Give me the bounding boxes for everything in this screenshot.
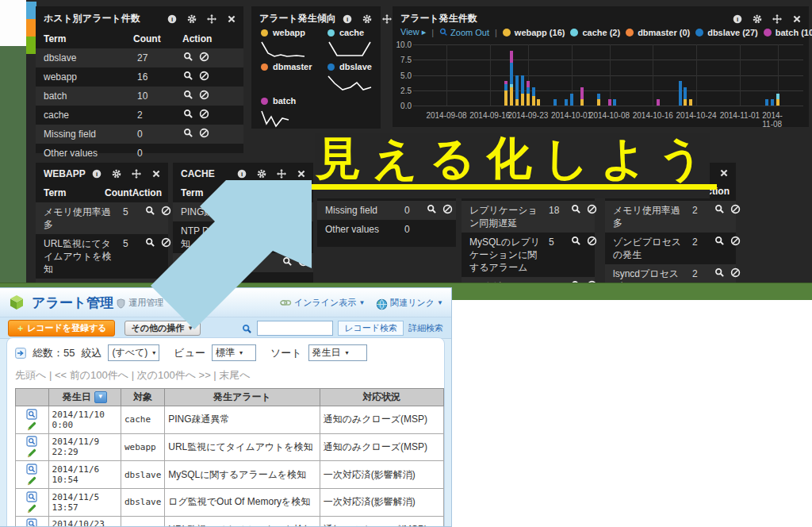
pagination-link[interactable]: 末尾へ [219, 369, 250, 381]
gear-icon[interactable] [257, 169, 266, 179]
ban-icon[interactable] [587, 204, 597, 214]
ban-icon[interactable] [199, 109, 209, 119]
bar-segment-webapp[interactable] [689, 99, 692, 106]
gear-icon[interactable] [362, 14, 372, 24]
search-input[interactable] [257, 321, 333, 336]
column-header[interactable]: 発生アラート [165, 389, 320, 406]
close-icon[interactable] [151, 169, 161, 179]
bar-segment-webapp[interactable] [515, 99, 519, 106]
chain-link[interactable]: インライン表示▼ [280, 297, 365, 309]
close-icon[interactable] [719, 168, 729, 178]
filter-select[interactable]: (すべて)▾ [108, 344, 159, 361]
close-icon[interactable] [792, 14, 802, 24]
pencil-icon[interactable] [26, 503, 37, 514]
mag-icon[interactable] [282, 256, 293, 267]
mag-icon[interactable] [183, 90, 193, 100]
pagination-link[interactable]: 先頭へ [15, 369, 46, 381]
pencil-icon[interactable] [26, 421, 37, 432]
docmag-icon[interactable] [26, 491, 37, 502]
ban-icon[interactable] [298, 225, 308, 235]
bar-segment-dbslave[interactable] [765, 99, 768, 106]
mag-icon[interactable] [714, 267, 725, 278]
ban-icon[interactable] [730, 204, 741, 214]
ban-icon[interactable] [730, 267, 741, 278]
bar-segment-batch[interactable] [504, 81, 508, 84]
bar-segment-dbslave[interactable] [570, 94, 573, 106]
ban-icon[interactable] [730, 236, 741, 246]
bar-segment-webapp[interactable] [684, 99, 687, 106]
bar-segment-webapp[interactable] [776, 99, 779, 106]
bar-segment-dbslave[interactable] [515, 75, 519, 100]
mag-icon[interactable] [714, 204, 725, 214]
docmag-icon[interactable] [26, 436, 37, 447]
mag-icon[interactable] [571, 236, 581, 246]
zoom-out-link[interactable]: Zoom Out [439, 28, 489, 37]
register-record-button[interactable]: ＋ レコードを登録する [8, 320, 115, 337]
view-select[interactable]: 標準▾ [212, 344, 256, 361]
gear-icon[interactable] [753, 14, 762, 24]
legend-item-batch[interactable]: batch (10) [764, 28, 812, 37]
legend-item-cache[interactable]: cache (2) [570, 28, 620, 37]
globe-link[interactable]: 関連リンク▼ [376, 297, 443, 309]
move-icon[interactable] [277, 169, 286, 179]
docmag-icon[interactable] [26, 518, 37, 527]
bar-segment-dbslave[interactable] [553, 99, 557, 106]
bar-segment-webapp[interactable] [504, 90, 508, 106]
legend-item-dbmaster[interactable]: dbmaster (0) [626, 28, 690, 37]
bar-segment-webapp[interactable] [521, 94, 524, 106]
ban-icon[interactable] [199, 90, 209, 100]
app-subtitle-link[interactable]: 運用管理 [128, 297, 163, 309]
bar-segment-webapp[interactable] [597, 99, 600, 106]
goto-icon[interactable] [15, 348, 26, 359]
info-icon[interactable]: i [237, 169, 247, 179]
ban-icon[interactable] [161, 237, 171, 248]
gear-icon[interactable] [187, 14, 197, 24]
record-search-button[interactable]: レコード検索 [338, 321, 404, 336]
mag-icon[interactable] [183, 128, 193, 138]
close-icon[interactable] [227, 14, 236, 24]
bar-segment-webapp[interactable] [580, 99, 584, 106]
info-icon[interactable]: i [167, 14, 177, 24]
view-link[interactable]: View ▸ [400, 27, 426, 37]
mag-icon[interactable] [282, 225, 293, 235]
ban-icon[interactable] [199, 52, 209, 62]
move-icon[interactable] [132, 169, 141, 179]
ban-icon[interactable] [199, 128, 209, 138]
bar-segment-dbslave[interactable] [521, 75, 524, 94]
bar-segment-webapp[interactable] [510, 87, 513, 106]
sort-desc-button[interactable]: ▼ [94, 391, 107, 403]
column-header[interactable]: 対象 [121, 389, 164, 406]
move-icon[interactable] [207, 14, 216, 24]
info-icon[interactable]: i [343, 14, 352, 24]
legend-item-webapp[interactable]: webapp (16) [503, 28, 565, 37]
move-icon[interactable] [382, 14, 392, 24]
bar-segment-webapp[interactable] [537, 99, 540, 106]
bar-segment-dbslave[interactable] [532, 87, 535, 97]
ban-icon[interactable] [442, 204, 453, 214]
pencil-icon[interactable] [26, 475, 37, 487]
mag-icon[interactable] [145, 237, 155, 248]
mag-icon[interactable] [427, 204, 437, 214]
bar-segment-cache[interactable] [510, 84, 513, 87]
mag-icon[interactable] [183, 109, 193, 119]
bar-segment-dbslave[interactable] [684, 87, 687, 99]
advanced-search-link[interactable]: 詳細検索 [408, 322, 443, 334]
column-header[interactable]: 発生日▼ [48, 389, 121, 406]
info-icon[interactable]: i [92, 169, 102, 179]
ban-icon[interactable] [298, 256, 308, 267]
mag-icon[interactable] [183, 71, 193, 81]
mag-icon[interactable] [183, 52, 193, 62]
ban-icon[interactable] [587, 236, 597, 246]
mag-icon[interactable] [282, 206, 293, 216]
move-icon[interactable] [772, 14, 782, 24]
bar-segment-webapp[interactable] [532, 96, 535, 106]
other-actions-button[interactable]: その他の操作 ▼ [124, 321, 201, 336]
ban-icon[interactable] [161, 206, 171, 216]
column-header[interactable]: 対応状況 [320, 389, 443, 406]
docmag-icon[interactable] [26, 464, 37, 475]
bar-segment-dbslave[interactable] [679, 81, 682, 106]
bar-segment-dbslave[interactable] [527, 87, 530, 94]
ban-icon[interactable] [298, 206, 308, 216]
pagination-link[interactable]: 次の100件へ >> [137, 369, 211, 381]
bar-segment-dbslave[interactable] [565, 99, 568, 106]
